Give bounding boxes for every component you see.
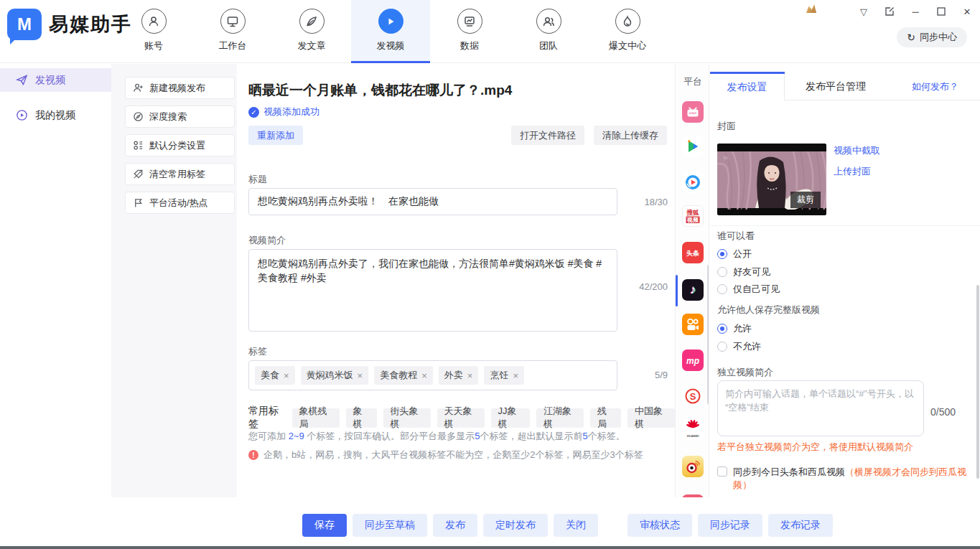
clear-common-tags-button[interactable]: 清空常用标签 (125, 163, 235, 185)
meipai-icon[interactable]: mp (682, 349, 704, 371)
sync-center-button[interactable]: ↻ 同步中心 (897, 27, 967, 47)
sync-toutiao-row[interactable]: 同步到今日头条和西瓜视频（横屏视频才会同步到西瓜视频） (717, 466, 980, 492)
bilibili-icon[interactable]: bilibili (682, 101, 704, 123)
sidebar-item-my-videos[interactable]: 我的视频 (0, 103, 111, 127)
title-input[interactable] (248, 188, 617, 215)
default-category-button[interactable]: 默认分类设置 (125, 134, 235, 156)
douyin-icon[interactable]: ♪ (682, 279, 704, 301)
platform-activity-button[interactable]: 平台活动/热点 (125, 192, 235, 214)
svg-text:头条: 头条 (686, 250, 699, 257)
common-tag[interactable]: 江湖象棋 (536, 408, 584, 428)
section-divider (710, 225, 980, 226)
cover-thumbnail[interactable]: VS 裁剪 (717, 144, 826, 215)
promo-icon[interactable] (806, 4, 816, 13)
allow-save-option-deny[interactable]: 不允许 (717, 340, 761, 353)
publish-button[interactable]: 发布 (433, 514, 477, 537)
sohu-video-icon[interactable]: 搜狐视频 (682, 205, 704, 227)
minimize-button[interactable]: ─ (910, 6, 921, 17)
tencent-video-icon[interactable] (682, 136, 704, 157)
sidebar-item-label: 我的视频 (35, 109, 75, 122)
tab-platform-manage[interactable]: 发布平台管理 (785, 74, 887, 100)
nav-hot-center[interactable]: 爆文中心 (588, 0, 667, 63)
close-form-button[interactable]: 关闭 (554, 514, 598, 537)
settings-tabs: 发布设置 发布平台管理 如何发布？ (710, 74, 980, 100)
collapse-tray-icon[interactable]: ▽ (858, 6, 869, 17)
new-video-publish-button[interactable]: 新建视频发布 (125, 77, 235, 99)
schedule-publish-button[interactable]: 定时发布 (483, 514, 548, 537)
nav-label: 爆文中心 (609, 39, 646, 52)
maximize-button[interactable] (935, 6, 947, 17)
svg-text:视频: 视频 (686, 217, 699, 223)
save-button[interactable]: 保存 (302, 514, 347, 537)
tags-input[interactable]: 美食× 黄焖鸡米饭× 美食教程× 外卖× 烹饪× (248, 360, 617, 390)
toutiao-icon[interactable]: 头条 (682, 242, 704, 263)
weibo-icon[interactable] (682, 456, 704, 477)
tag-item: 烹饪× (484, 366, 524, 385)
readd-video-button[interactable]: 重新添加 (248, 126, 303, 145)
tag-text: 美食 (261, 369, 279, 382)
nav-account[interactable]: 账号 (114, 0, 193, 63)
common-tag[interactable]: 象棋残局 (292, 408, 340, 428)
open-file-path-button[interactable]: 打开文件路径 (511, 126, 584, 145)
kuaishou-icon[interactable] (682, 314, 704, 335)
hint-text: 个标签，超出默认显示前 (480, 431, 583, 441)
bottom-action-bar: 保存 同步至草稿 发布 定时发布 关闭 审核状态 同步记录 发布记录 (0, 497, 980, 546)
tags-hint: 您可添加 2~9 个标签，按回车确认。部分平台最多显示5个标签，超出默认显示前5… (248, 430, 625, 443)
common-tag[interactable]: 街头象棋 (383, 408, 431, 428)
app-window: M 易媒助手 账号 工作台 (0, 0, 980, 549)
video-form: 晒最近一个月账单，钱都花在哪儿了？.mp4 ✓ 视频添加成功 重新添加 打开文件… (237, 64, 675, 497)
common-tag[interactable]: 中国象棋 (627, 408, 675, 428)
common-tag[interactable]: 象棋 (346, 408, 377, 428)
visibility-option-public[interactable]: 公开 (717, 248, 752, 261)
haokan-play-icon[interactable] (682, 172, 704, 193)
visibility-option-private[interactable]: 仅自己可见 (717, 283, 780, 296)
huawei-icon[interactable]: HUAWEI (682, 419, 704, 441)
allow-save-option-allow[interactable]: 允许 (717, 322, 752, 335)
desc-textarea[interactable]: 想吃黄焖鸡别再点外卖了，我们在家也能做，方法很简单#黄焖鸡米饭 #美食 #美食教… (248, 249, 617, 332)
sogou-icon[interactable]: S (682, 385, 704, 407)
common-tag[interactable]: 天天象棋 (437, 408, 485, 428)
common-tag[interactable]: 残局 (590, 408, 621, 428)
deep-search-button[interactable]: 深度搜索 (125, 105, 235, 128)
nav-workbench[interactable]: 工作台 (193, 0, 272, 63)
platform-column-label: 平台 (676, 75, 709, 88)
settings-scrollbar[interactable] (976, 285, 979, 479)
common-tag[interactable]: JJ象棋 (491, 408, 531, 428)
flame-icon (615, 9, 640, 34)
how-to-publish-link[interactable]: 如何发布？ (912, 80, 958, 93)
upload-status: ✓ 视频添加成功 (248, 105, 319, 118)
remove-tag-icon[interactable]: × (284, 370, 289, 381)
nav-publish-video[interactable]: 发视频 (351, 0, 430, 63)
hint-text: 个标签，按回车确认。部分平台最多显示 (304, 431, 475, 441)
close-button[interactable]: ✕ (961, 6, 973, 17)
independent-desc-textarea[interactable] (717, 380, 924, 436)
crop-cover-button[interactable]: 裁剪 (790, 192, 821, 208)
svg-text:S: S (690, 391, 696, 402)
nav-write-article[interactable]: 发文章 (272, 0, 351, 63)
sidebar-item-publish-video[interactable]: 发视频 (0, 68, 111, 92)
visibility-option-friends[interactable]: 好友可见 (717, 266, 770, 278)
paper-plane-icon (16, 74, 28, 86)
radio-checked-icon (717, 324, 727, 334)
clear-upload-cache-button[interactable]: 清除上传缓存 (594, 126, 667, 145)
remove-tag-icon[interactable]: × (467, 370, 473, 381)
capture-from-video-link[interactable]: 视频中截取 (834, 144, 880, 157)
account-icon (141, 9, 167, 34)
platform-scrollbar[interactable] (707, 265, 709, 404)
upload-cover-link[interactable]: 上传封面 (834, 165, 871, 178)
independent-desc-label: 独立视频简介 (717, 366, 773, 379)
checkbox-icon[interactable] (717, 466, 727, 477)
review-status-button[interactable]: 审核状态 (627, 514, 692, 537)
remove-tag-icon[interactable]: × (513, 370, 518, 381)
remove-tag-icon[interactable]: × (421, 370, 427, 381)
action-button-label: 平台活动/热点 (149, 197, 208, 210)
sync-log-button[interactable]: 同步记录 (698, 514, 762, 537)
tab-publish-settings[interactable]: 发布设置 (710, 74, 785, 100)
nav-team[interactable]: 团队 (509, 0, 588, 63)
feedback-icon[interactable] (884, 6, 895, 17)
publish-log-button[interactable]: 发布记录 (768, 514, 833, 537)
sync-center-label: 同步中心 (920, 31, 957, 44)
remove-tag-icon[interactable]: × (358, 370, 363, 381)
sync-draft-button[interactable]: 同步至草稿 (353, 514, 427, 537)
nav-data[interactable]: 数据 (430, 0, 509, 63)
